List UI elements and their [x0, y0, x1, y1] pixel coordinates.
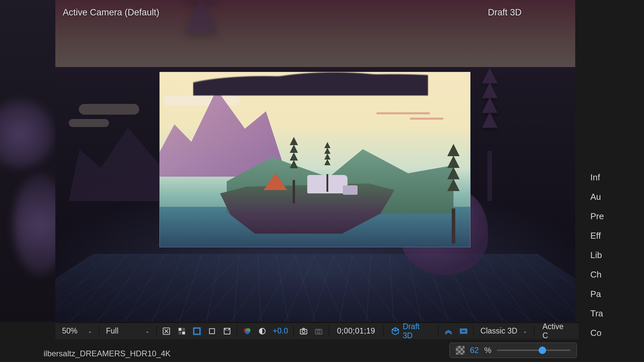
svg-rect-6 — [193, 327, 201, 335]
composition-viewer[interactable]: Active Camera (Default) Draft 3D — [55, 0, 575, 322]
draft-3d-toggle[interactable]: Draft 3D — [387, 322, 435, 340]
opacity-control: 62 % — [449, 343, 577, 358]
draft-3d-label: Draft 3D — [403, 322, 431, 340]
renderer-value: Classic 3D — [480, 326, 517, 336]
opacity-unit: % — [484, 346, 491, 355]
render-mode-indicator[interactable]: Draft 3D — [488, 7, 522, 18]
pine-tree-right — [471, 67, 508, 201]
resolution-dropdown[interactable]: Full ⌄ — [103, 325, 153, 338]
panel-tab-pa[interactable]: Pa — [580, 284, 644, 304]
left-gutter — [0, 0, 55, 322]
viewer-toolbar: 50% ⌄ Full ⌄ +0.0 0;00;01;19 Draft 3D — [55, 322, 579, 339]
channel-button[interactable] — [240, 325, 254, 338]
svg-rect-5 — [194, 328, 200, 334]
panel-tab-ch[interactable]: Ch — [580, 265, 644, 284]
panel-tab-inf[interactable]: Inf — [580, 168, 644, 187]
transparency-grid-button[interactable] — [175, 325, 188, 338]
fast-previews-button[interactable] — [160, 325, 173, 338]
zoom-dropdown[interactable]: 50% ⌄ — [59, 325, 96, 338]
region-of-interest-button[interactable] — [205, 325, 218, 338]
panel-tab-pre[interactable]: Pre — [580, 206, 644, 226]
show-snapshot-button[interactable] — [312, 325, 325, 338]
svg-rect-1 — [178, 328, 181, 331]
opacity-slider[interactable] — [497, 350, 571, 351]
exposure-button[interactable] — [256, 325, 269, 338]
svg-point-15 — [317, 330, 320, 333]
current-timecode[interactable]: 0;00;01;19 — [332, 326, 380, 336]
mask-visibility-button[interactable] — [190, 325, 203, 338]
slider-thumb[interactable] — [539, 347, 546, 354]
chevron-down-icon: ⌄ — [88, 328, 92, 334]
panel-tab-tra[interactable]: Tra — [580, 304, 644, 323]
camera-dropdown[interactable]: Active C — [538, 322, 575, 340]
render-frame — [159, 72, 471, 247]
transparency-icon — [456, 346, 465, 355]
active-camera-label[interactable]: Active Camera (Default) — [63, 7, 159, 18]
renderer-dropdown[interactable]: Classic 3D ⌄ — [477, 325, 531, 338]
extended-viewer-button[interactable] — [457, 325, 470, 338]
chevron-down-icon: ⌄ — [523, 328, 527, 334]
panel-tab-au[interactable]: Au — [580, 187, 644, 206]
snapshot-button[interactable] — [297, 325, 310, 338]
svg-rect-4 — [178, 331, 181, 335]
cube-icon — [391, 327, 399, 336]
panel-tab-co[interactable]: Co — [580, 323, 644, 343]
svg-rect-2 — [182, 331, 185, 335]
opacity-value[interactable]: 62 — [470, 346, 479, 355]
zoom-value: 50% — [62, 326, 77, 336]
svg-rect-3 — [182, 328, 185, 331]
grid-guides-button[interactable] — [220, 325, 233, 338]
chevron-down-icon: ⌄ — [145, 328, 150, 334]
footage-filename: ilbersaltz_DREAMERS_HDR10_4K — [44, 349, 171, 358]
svg-point-13 — [302, 330, 305, 333]
panel-tab-lib[interactable]: Lib — [580, 245, 644, 265]
ground-grid — [55, 254, 575, 322]
ground-plane-button[interactable] — [442, 325, 455, 338]
svg-rect-17 — [461, 330, 466, 332]
svg-point-10 — [245, 330, 249, 334]
exposure-value[interactable]: +0.0 — [271, 326, 290, 336]
svg-rect-7 — [209, 328, 214, 334]
right-panel-tabs: InfAuPreEffLibChPaTraCo — [580, 168, 644, 343]
panel-tab-eff[interactable]: Eff — [580, 226, 644, 245]
resolution-value: Full — [106, 326, 118, 336]
